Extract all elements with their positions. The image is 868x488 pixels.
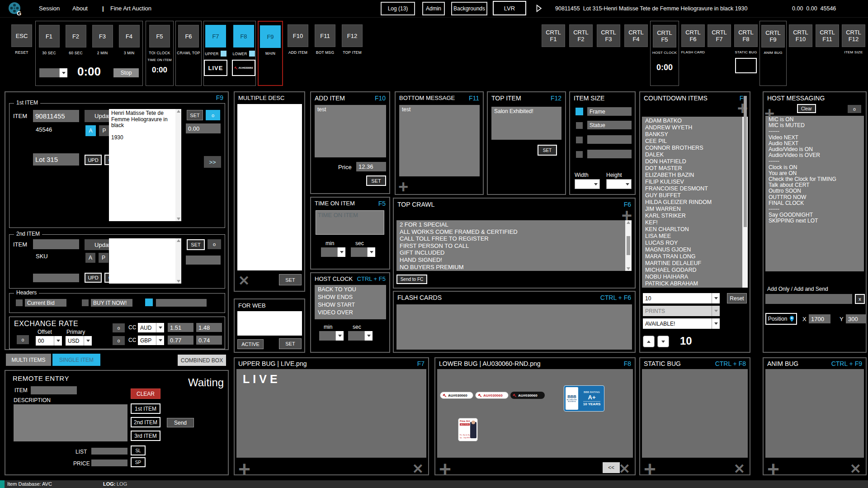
lvr-button[interactable]: LVR <box>493 1 526 15</box>
remote-description-box[interactable] <box>14 404 127 441</box>
ctrl-f6-key-button[interactable]: CRTLF6 <box>681 24 705 47</box>
au-bug-thumbnail[interactable]: AU#030060 <box>232 60 255 76</box>
list-item[interactable]: NO BUYERS PREMIUM <box>396 264 625 271</box>
remote-sl-button[interactable]: SL <box>131 445 146 455</box>
timer-stop-button[interactable]: Stop <box>113 68 139 77</box>
item1-next-button[interactable]: >> <box>204 156 221 168</box>
position-button[interactable]: Position <box>765 313 797 325</box>
item1-price-input[interactable]: 0.00 <box>186 123 221 133</box>
list-item[interactable]: FINAL CLOCK <box>765 200 864 206</box>
list-item[interactable]: FIRST PERSON TO CALL <box>396 242 625 250</box>
countdown-available-select[interactable]: AVAILABLE! <box>643 318 720 329</box>
remote-sp-button[interactable]: SP <box>131 457 146 467</box>
list-item[interactable]: NOBU HAIHARA <box>642 274 742 280</box>
list-item[interactable]: PATRICK ABRAHAM <box>642 280 742 287</box>
menu-about[interactable]: About <box>72 5 88 12</box>
play-icon[interactable] <box>536 5 542 14</box>
remote-list-input[interactable] <box>91 448 127 455</box>
item2-number-input[interactable] <box>33 239 79 249</box>
item1-upd-button[interactable]: UPD <box>85 155 102 165</box>
remote-price-input[interactable] <box>91 460 127 466</box>
list-item[interactable]: HILDA GLEIZER RINDOM <box>642 199 742 206</box>
list-item[interactable]: FILIP KULISEV <box>642 179 742 185</box>
host-clock-sec-select[interactable] <box>348 331 373 341</box>
top-crawl-add-icon[interactable]: + <box>622 209 632 221</box>
item2-description-box[interactable] <box>109 238 181 284</box>
time-on-item-box[interactable]: TIME ON ITEM <box>316 210 384 235</box>
ctrl-f1-key-button[interactable]: CRTLF1 <box>542 24 565 47</box>
static-bug-add-icon[interactable]: + <box>644 463 656 475</box>
timer-preset-select[interactable] <box>39 68 67 77</box>
host-messaging-o-button[interactable]: o <box>848 105 861 113</box>
lower-bug-remove-icon[interactable]: ✕ <box>619 463 630 475</box>
list-item[interactable]: KEF! <box>642 219 742 226</box>
upper-bug-checkbox[interactable] <box>221 51 226 57</box>
host-messaging-input[interactable] <box>765 294 852 304</box>
lower-bug-preview[interactable]: AU#030060 AU#030060 AU#030060 BBB ACCRED… <box>437 369 633 458</box>
remote-item-input[interactable] <box>31 386 77 394</box>
list-item[interactable]: ADAM BATKO <box>642 118 742 124</box>
item-size-height-select[interactable] <box>606 179 632 189</box>
header2-input[interactable]: BUY IT NOW! <box>91 299 132 307</box>
list-item[interactable]: DALEK <box>642 152 742 158</box>
multiple-desc-listbox[interactable] <box>237 104 302 270</box>
log-button[interactable]: Log (13) <box>381 2 415 15</box>
item1-description-scrollbar[interactable] <box>175 109 181 221</box>
esc-key-button[interactable]: ESC <box>11 24 32 47</box>
bottom-message-add-icon[interactable]: + <box>398 181 408 193</box>
list-item[interactable]: ------ <box>765 158 864 164</box>
list-item[interactable]: VIDEO OVER <box>315 309 386 317</box>
list-item[interactable]: MICHAEL GODARD <box>642 267 742 274</box>
list-item[interactable]: Clock is ON <box>765 165 864 171</box>
item-size-width-select[interactable] <box>575 179 600 189</box>
item1-number-input[interactable]: 90811455 <box>33 110 79 122</box>
list-item[interactable]: Video NEXT <box>765 135 864 141</box>
item1-set-button[interactable]: SET <box>187 110 203 120</box>
countdown-per-page-select[interactable]: 10 <box>643 293 720 303</box>
countdown-scrollbar[interactable] <box>742 117 748 288</box>
add-item-set-button[interactable]: SET <box>366 175 386 186</box>
item1-p-button[interactable]: P <box>99 125 109 136</box>
f6-key-button[interactable]: F6 <box>178 25 199 47</box>
lower-bug-checkbox[interactable] <box>249 51 255 57</box>
list-item[interactable]: GUY BUFFET <box>642 192 742 199</box>
remote-clear-button[interactable]: CLEAR <box>131 389 160 399</box>
top-item-box[interactable]: Salon Exhibited! <box>491 107 561 140</box>
f4-key-button[interactable]: F4 <box>119 25 140 47</box>
ctrl-f11-key-button[interactable]: CRTLF11 <box>816 24 839 47</box>
primary-select[interactable]: USD <box>66 336 92 346</box>
list-item[interactable]: CEE PIL <box>642 138 742 145</box>
host-messaging-clear-button[interactable]: Clear <box>797 104 816 113</box>
list-item[interactable]: ALL WORKS COME FRAMED & CERTIFIED <box>396 228 625 236</box>
top-crawl-scrollbar[interactable] <box>625 220 632 271</box>
cc2-o-button[interactable]: o <box>113 336 125 345</box>
item2-lot-input[interactable] <box>33 274 79 282</box>
list-item[interactable]: DON HATFIELD <box>642 158 742 165</box>
toi-sec-select[interactable] <box>351 247 375 257</box>
header2-checkbox[interactable] <box>82 299 89 306</box>
countdown-down-button[interactable] <box>657 336 669 347</box>
item-size-row2-input[interactable]: Statue <box>587 121 632 129</box>
item1-description-box[interactable]: Henri Matisse Tete de Femme Heliogravure… <box>109 109 181 221</box>
ctrl-f4-key-button[interactable]: CRTLF4 <box>624 24 648 47</box>
countdown-prints-select[interactable]: PRINTS <box>643 306 720 316</box>
list-item[interactable]: ANDREW WYETH <box>642 124 742 131</box>
lower-bug-back-button[interactable]: << <box>603 462 620 473</box>
position-x-input[interactable]: 1700 <box>809 314 830 323</box>
f9-key-button[interactable]: F9 <box>260 25 281 48</box>
ctrl-f12-key-button[interactable]: CRTLF12 <box>842 24 865 47</box>
multiple-desc-remove-icon[interactable]: ✕ <box>238 275 250 287</box>
list-item[interactable]: KARL STRIKER <box>642 213 742 219</box>
header3-input[interactable] <box>156 299 207 307</box>
cc2-currency-select[interactable]: GBP <box>138 336 164 345</box>
ctrl-f9-key-button[interactable]: CRTLF9 <box>761 25 785 47</box>
tab-single-item[interactable]: SINGLE ITEM <box>52 354 100 366</box>
list-item[interactable]: LISA MEE <box>642 233 742 240</box>
f3-key-button[interactable]: F3 <box>92 25 113 47</box>
list-item[interactable]: LUCAS ROY <box>642 240 742 246</box>
upper-bug-preview[interactable]: LIVE <box>236 369 426 458</box>
item1-lot-input[interactable]: Lot 315 <box>33 153 79 166</box>
f8-key-button[interactable]: F8 <box>233 25 254 47</box>
for-web-box[interactable] <box>237 311 302 336</box>
anim-bug-add-icon[interactable]: + <box>767 463 779 475</box>
